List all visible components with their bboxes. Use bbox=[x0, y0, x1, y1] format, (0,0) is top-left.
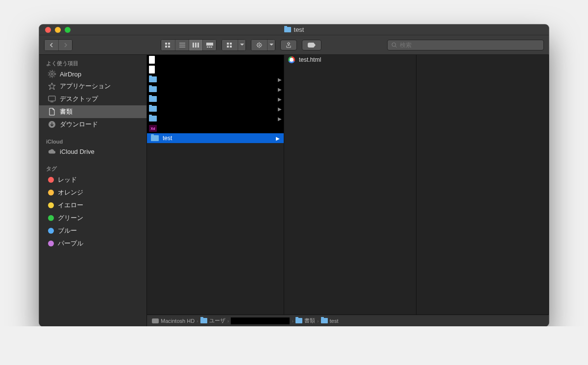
close-button[interactable] bbox=[45, 27, 51, 33]
gallery-view-button[interactable] bbox=[202, 40, 216, 50]
documents-icon bbox=[48, 108, 56, 116]
svg-rect-14 bbox=[227, 43, 229, 45]
svg-rect-3 bbox=[168, 46, 170, 48]
svg-rect-10 bbox=[206, 43, 213, 46]
airdrop-icon bbox=[48, 70, 56, 78]
sidebar-item-downloads[interactable]: ダウンロード bbox=[39, 118, 147, 131]
path-segment[interactable]: Macintosh HD bbox=[152, 318, 195, 324]
sidebar-tag-item[interactable]: ブルー bbox=[39, 224, 147, 237]
folder-icon bbox=[149, 106, 157, 112]
minimize-button[interactable] bbox=[55, 27, 61, 33]
document-icon bbox=[149, 66, 155, 73]
sidebar-item-label: レッド bbox=[58, 175, 77, 184]
apps-icon bbox=[48, 82, 56, 90]
svg-line-24 bbox=[257, 43, 258, 44]
downloads-icon bbox=[48, 121, 56, 128]
view-mode-buttons bbox=[161, 39, 217, 51]
sidebar: よく使う項目 AirDropアプリケーションデスクトップ書類ダウンロード iCl… bbox=[39, 55, 147, 326]
forward-button[interactable] bbox=[58, 40, 72, 50]
sidebar-tag-item[interactable]: グリーン bbox=[39, 212, 147, 224]
svg-rect-8 bbox=[195, 43, 196, 48]
path-segment[interactable]: test bbox=[321, 318, 339, 324]
svg-line-25 bbox=[261, 47, 261, 47]
tag-color-dot bbox=[48, 177, 54, 183]
cloud-icon bbox=[48, 147, 56, 155]
column-browser: ▶ ▶ ▶ ▶ ▶ Xd test ▶ test.htm bbox=[147, 55, 549, 326]
arrange-button-group bbox=[221, 39, 246, 51]
svg-rect-33 bbox=[49, 96, 55, 101]
item-label: test bbox=[163, 135, 172, 142]
file-item-test-html[interactable]: test.html bbox=[284, 55, 416, 65]
column-3[interactable] bbox=[416, 55, 549, 315]
svg-rect-17 bbox=[230, 46, 232, 48]
svg-rect-1 bbox=[168, 43, 170, 45]
redacted-item[interactable]: ▶ bbox=[147, 104, 284, 114]
sidebar-tag-item[interactable]: レッド bbox=[39, 173, 147, 186]
action-dropdown[interactable] bbox=[267, 40, 275, 50]
chevron-right-icon: ▶ bbox=[278, 106, 282, 112]
back-button[interactable] bbox=[45, 40, 58, 50]
path-label: 書類 bbox=[304, 317, 315, 324]
sidebar-item-documents[interactable]: 書類 bbox=[39, 105, 147, 118]
path-label: test bbox=[330, 318, 339, 324]
column-2[interactable]: test.html bbox=[284, 55, 416, 315]
sidebar-tag-item[interactable]: オレンジ bbox=[39, 186, 147, 199]
svg-rect-7 bbox=[193, 43, 194, 48]
path-segment-redacted[interactable] bbox=[231, 317, 290, 324]
icloud-header: iCloud bbox=[39, 136, 147, 146]
redacted-item[interactable]: ▶ bbox=[147, 84, 284, 94]
item-label: test.html bbox=[299, 56, 321, 63]
action-button[interactable] bbox=[251, 40, 267, 50]
toolbar bbox=[39, 35, 549, 55]
svg-line-29 bbox=[395, 46, 397, 47]
tag-color-dot bbox=[48, 215, 54, 221]
sidebar-item-label: AirDrop bbox=[60, 71, 81, 78]
sidebar-item-airdrop[interactable]: AirDrop bbox=[39, 68, 147, 80]
window-title: test bbox=[39, 26, 549, 33]
sidebar-item-icloud-drive[interactable]: iCloud Drive bbox=[39, 146, 147, 157]
svg-rect-13 bbox=[211, 47, 212, 48]
chevron-right-icon: ▶ bbox=[276, 136, 280, 141]
redacted-item[interactable]: Xd bbox=[147, 123, 284, 133]
sidebar-item-apps[interactable]: アプリケーション bbox=[39, 80, 147, 93]
sidebar-tag-item[interactable]: イエロー bbox=[39, 199, 147, 212]
sidebar-item-desktop[interactable]: デスクトップ bbox=[39, 93, 147, 105]
list-view-button[interactable] bbox=[175, 40, 189, 50]
svg-rect-2 bbox=[165, 46, 167, 48]
folder-icon bbox=[149, 86, 157, 92]
redacted-item[interactable]: ▶ bbox=[147, 74, 284, 84]
sidebar-item-label: イエロー bbox=[58, 201, 83, 210]
svg-rect-11 bbox=[207, 47, 208, 48]
folder-icon bbox=[151, 135, 159, 141]
svg-line-26 bbox=[257, 47, 258, 47]
redacted-item[interactable] bbox=[147, 65, 284, 74]
search-field[interactable] bbox=[387, 40, 544, 50]
maximize-button[interactable] bbox=[65, 27, 71, 33]
folder-item-test[interactable]: test ▶ bbox=[147, 133, 284, 143]
sidebar-tag-item[interactable]: パープル bbox=[39, 237, 147, 250]
arrange-button[interactable] bbox=[222, 40, 238, 50]
sidebar-item-label: iCloud Drive bbox=[60, 148, 95, 155]
redacted-item[interactable] bbox=[147, 55, 284, 65]
tag-color-dot bbox=[48, 241, 54, 246]
search-input[interactable] bbox=[400, 42, 539, 49]
icon-view-button[interactable] bbox=[161, 40, 175, 50]
sidebar-item-label: デスクトップ bbox=[60, 95, 98, 103]
redacted-item[interactable]: ▶ bbox=[147, 114, 284, 123]
tags-button[interactable] bbox=[302, 40, 321, 50]
sidebar-item-label: ブルー bbox=[58, 226, 77, 235]
column-view-button[interactable] bbox=[189, 40, 202, 50]
arrange-dropdown[interactable] bbox=[238, 40, 245, 50]
share-button[interactable] bbox=[280, 40, 297, 50]
sidebar-item-label: 書類 bbox=[60, 107, 73, 116]
path-segment[interactable]: 書類 bbox=[295, 317, 315, 324]
folder-icon bbox=[284, 27, 291, 32]
column-1[interactable]: ▶ ▶ ▶ ▶ ▶ Xd test ▶ bbox=[147, 55, 284, 315]
path-segment[interactable]: ユーザ bbox=[200, 317, 225, 324]
sidebar-item-label: オレンジ bbox=[58, 188, 83, 197]
path-separator: › bbox=[292, 318, 294, 324]
redacted-item[interactable]: ▶ bbox=[147, 94, 284, 104]
chrome-file-icon bbox=[288, 56, 295, 63]
body: よく使う項目 AirDropアプリケーションデスクトップ書類ダウンロード iCl… bbox=[39, 55, 549, 326]
sidebar-item-label: アプリケーション bbox=[60, 82, 111, 91]
